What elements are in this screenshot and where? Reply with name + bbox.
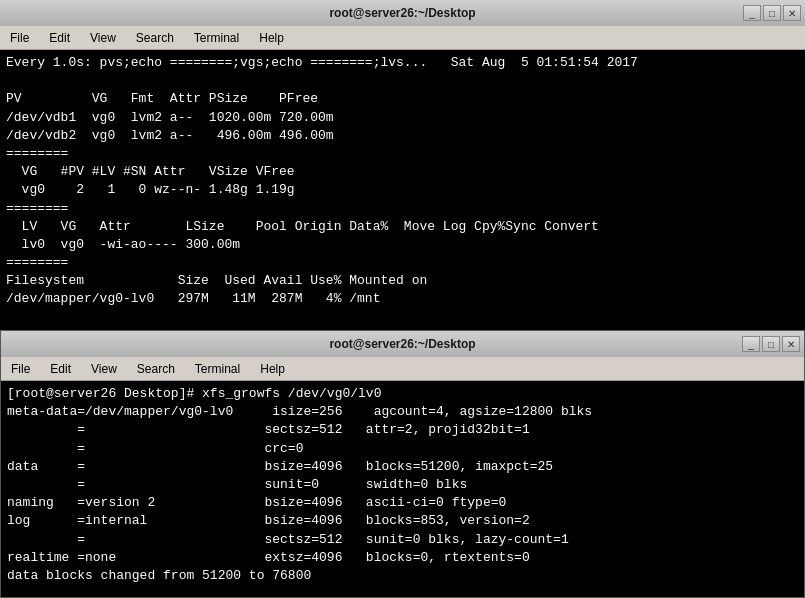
menu-help-1[interactable]: Help: [253, 29, 290, 47]
maximize-button-1[interactable]: □: [763, 5, 781, 21]
terminal-output-1: Every 1.0s: pvs;echo ========;vgs;echo =…: [0, 50, 805, 340]
menu-terminal-1[interactable]: Terminal: [188, 29, 245, 47]
title-bar-1: root@server26:~/Desktop _ □ ✕: [0, 0, 805, 26]
terminal-window-2: root@server26:~/Desktop _ □ ✕ File Edit …: [0, 330, 805, 598]
minimize-button-2[interactable]: _: [742, 336, 760, 352]
window-controls-2[interactable]: _ □ ✕: [742, 336, 800, 352]
title-bar-2: root@server26:~/Desktop _ □ ✕: [1, 331, 804, 357]
menu-search-1[interactable]: Search: [130, 29, 180, 47]
menu-view-2[interactable]: View: [85, 360, 123, 378]
close-button-1[interactable]: ✕: [783, 5, 801, 21]
menu-terminal-2[interactable]: Terminal: [189, 360, 246, 378]
menu-edit-1[interactable]: Edit: [43, 29, 76, 47]
menu-file-2[interactable]: File: [5, 360, 36, 378]
terminal-output-2: [root@server26 Desktop]# xfs_growfs /dev…: [1, 381, 804, 597]
close-button-2[interactable]: ✕: [782, 336, 800, 352]
menu-file-1[interactable]: File: [4, 29, 35, 47]
menu-bar-2: File Edit View Search Terminal Help: [1, 357, 804, 381]
title-text-1: root@server26:~/Desktop: [329, 6, 475, 20]
menu-search-2[interactable]: Search: [131, 360, 181, 378]
menu-bar-1: File Edit View Search Terminal Help: [0, 26, 805, 50]
window-controls-1[interactable]: _ □ ✕: [743, 5, 801, 21]
minimize-button-1[interactable]: _: [743, 5, 761, 21]
menu-edit-2[interactable]: Edit: [44, 360, 77, 378]
title-text-2: root@server26:~/Desktop: [329, 337, 475, 351]
maximize-button-2[interactable]: □: [762, 336, 780, 352]
menu-help-2[interactable]: Help: [254, 360, 291, 378]
menu-view-1[interactable]: View: [84, 29, 122, 47]
terminal-window-1: root@server26:~/Desktop _ □ ✕ File Edit …: [0, 0, 805, 340]
